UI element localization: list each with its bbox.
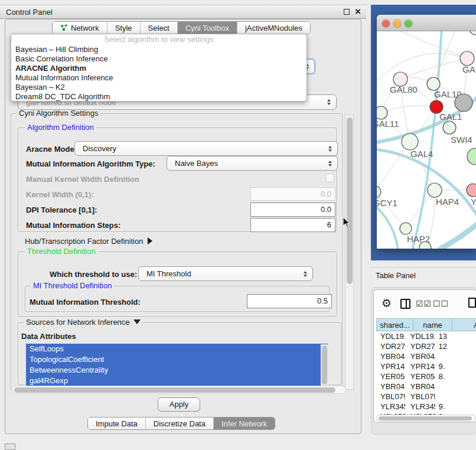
table-row[interactable]: YDL19...YDL19...13 — [376, 331, 476, 341]
table-row[interactable]: YBR043CYBR043C — [376, 351, 476, 361]
tab-style[interactable]: Style — [107, 22, 141, 34]
table-row[interactable]: YBR045CYBR045C — [376, 381, 476, 392]
list-scrollbar-thumb[interactable] — [322, 345, 327, 384]
network-edge[interactable] — [389, 31, 467, 58]
algorithm-option[interactable]: Bayesian – K2 — [11, 83, 307, 92]
table-row[interactable]: YBL079WYBL079W — [376, 392, 476, 402]
list-item[interactable]: TopologicalCoefficient — [26, 354, 328, 365]
close-traffic-light-icon[interactable] — [382, 19, 390, 27]
network-node-y[interactable] — [467, 184, 476, 197]
tab-infer-network[interactable]: Infer Network — [214, 418, 275, 429]
network-window-titlebar[interactable] — [377, 15, 476, 31]
float-icon[interactable] — [344, 9, 350, 15]
tab-label: Network — [71, 24, 99, 32]
panel-float-icon[interactable] — [5, 444, 15, 450]
network-edge[interactable] — [433, 31, 457, 84]
sources-toggle[interactable]: Sources for Network Inference — [24, 318, 143, 327]
column-view-icon[interactable] — [400, 299, 410, 309]
mi-threshold-field[interactable]: 0.5 — [247, 294, 332, 308]
column-header-clipped[interactable]: A — [452, 318, 476, 331]
node-label: GAL — [462, 64, 476, 74]
minimize-traffic-light-icon[interactable] — [393, 19, 401, 27]
algorithm-option[interactable]: Basic Correlation Inference — [11, 54, 307, 64]
dpi-tolerance-field[interactable]: 0.0 — [250, 203, 335, 217]
control-panel-tabbar: Network Style Select Cyni Toolbox jActiv… — [52, 21, 311, 34]
table-row[interactable]: YPR145WYPR145W9. — [376, 361, 476, 371]
column-header-shared-name[interactable]: shared... — [376, 318, 413, 331]
mi-type-combo[interactable]: Naive Bayes — [167, 156, 338, 171]
node-label: GCY1 — [377, 198, 397, 208]
algorithm-option[interactable]: Mutual Information Inference — [11, 73, 307, 83]
network-node-gal10[interactable] — [427, 77, 440, 90]
network-icon — [60, 24, 68, 31]
network-node[interactable] — [469, 31, 476, 35]
close-icon[interactable]: × — [355, 5, 361, 18]
list-item[interactable]: BetweennessCentrality — [26, 365, 328, 376]
kernel-width-field[interactable]: 0.0 — [250, 187, 335, 201]
select-all-icon[interactable]: ☑☑ — [416, 299, 432, 308]
deselect-all-icon[interactable]: ☐☐ — [433, 299, 449, 308]
mi-steps-field[interactable]: 6 — [250, 218, 335, 232]
table-row[interactable]: YDR27...YDR27...12 — [376, 341, 476, 351]
data-attributes-list[interactable]: SelfLoops TopologicalCoefficient Between… — [26, 344, 328, 386]
dpi-tolerance-label: DPI Tolerance [0,1]: — [26, 206, 97, 214]
combo-arrows-icon — [328, 146, 332, 152]
hub-section-toggle[interactable]: Hub/Transcription Factor Definition — [25, 237, 152, 246]
node-label: Y — [471, 197, 476, 207]
control-panel-titlebar[interactable]: Control Panel × — [0, 5, 366, 19]
zoom-traffic-light-icon[interactable] — [405, 19, 412, 27]
table-hscrollbar-thumb[interactable] — [379, 416, 472, 420]
tab-network[interactable]: Network — [53, 22, 107, 34]
expand-right-icon — [148, 237, 152, 244]
network-edge[interactable] — [377, 53, 467, 87]
network-node-hap4[interactable] — [428, 183, 442, 197]
network-graph[interactable]: GALGAL80GAL10GAL1GAL11SWI4GAL4GCY1HAP4YH… — [377, 31, 476, 249]
algorithm-option-selected[interactable]: ARACNE Algorithm — [11, 64, 307, 73]
network-node-gal11[interactable] — [377, 106, 387, 119]
table-header-row: shared... name A — [376, 318, 476, 331]
settings-scrollbar-thumb[interactable] — [347, 118, 353, 284]
mi-type-label: Mutual Information Algorithm Type: — [26, 159, 155, 168]
combo-arrows-icon — [327, 99, 331, 105]
table-row[interactable]: YLR345WYLR345W9. — [376, 402, 476, 412]
network-canvas[interactable]: GALGAL80GAL10GAL1GAL11SWI4GAL4GCY1HAP4YH… — [377, 31, 476, 249]
network-edge[interactable] — [400, 58, 467, 79]
network-edge[interactable] — [377, 201, 398, 249]
import-table-icon[interactable] — [468, 298, 476, 308]
network-node[interactable] — [455, 94, 472, 112]
settings-scrollbar-track[interactable] — [345, 115, 354, 390]
network-edge[interactable] — [381, 106, 436, 113]
network-node-gcy1[interactable] — [377, 186, 381, 198]
table-hscrollbar-track[interactable] — [376, 415, 476, 422]
which-threshold-combo[interactable]: MI Threshold — [138, 266, 313, 281]
gear-icon[interactable]: ⚙ — [382, 296, 392, 309]
settings-hscrollbar-track[interactable] — [12, 386, 346, 394]
aracne-mode-combo[interactable]: Discovery — [74, 141, 338, 156]
mi-threshold-label: Mutual Information Threshold: — [30, 298, 141, 306]
algorithm-option[interactable]: Bayesian – Hill Climbing — [11, 45, 307, 54]
apply-button[interactable]: Apply — [158, 397, 200, 412]
list-scrollbar-track[interactable] — [321, 344, 328, 386]
settings-hscrollbar-thumb[interactable] — [14, 387, 335, 393]
network-edge[interactable] — [439, 223, 476, 249]
column-header-name[interactable]: name — [413, 318, 452, 331]
tab-cyni-toolbox[interactable]: Cyni Toolbox — [178, 22, 237, 34]
algorithm-option[interactable]: Dream8 DC_TDC Algorithm — [11, 92, 307, 102]
node-label: HAP4 — [436, 197, 459, 207]
table-body[interactable]: YDL19...YDL19...13 YDR27...YDR27...12 YB… — [376, 331, 476, 415]
tab-discretize-data[interactable]: Discretize Data — [146, 418, 214, 429]
network-node-swi4[interactable] — [443, 121, 456, 134]
list-item[interactable]: gal4RGexp — [26, 376, 328, 386]
network-node-gal4[interactable] — [402, 133, 418, 150]
network-node[interactable] — [467, 148, 476, 165]
network-node-gal[interactable] — [460, 51, 474, 66]
screen: { "colors": { "selection_blue": "#3e6cc8… — [0, 0, 476, 450]
list-item[interactable]: SelfLoops — [26, 344, 328, 354]
tab-select[interactable]: Select — [141, 22, 178, 34]
table-row[interactable]: YER054CYER054C8. — [376, 371, 476, 381]
tab-impute-data[interactable]: Impute Data — [88, 418, 146, 429]
network-node-hap2[interactable] — [400, 223, 412, 234]
tab-jactivemnodules[interactable]: jActiveMNodules — [237, 22, 310, 34]
manual-kernel-checkbox[interactable] — [325, 174, 334, 182]
combo-arrows-icon — [328, 161, 332, 167]
